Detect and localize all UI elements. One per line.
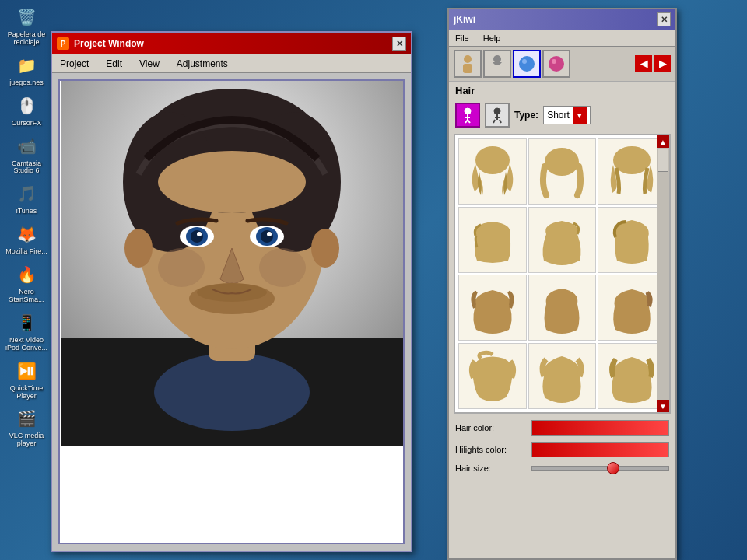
desktop-icon-camtasia[interactable]: 📹 Camtasia Studio 6: [3, 132, 50, 177]
svg-point-29: [552, 59, 556, 64]
hair-item-6[interactable]: [598, 207, 666, 273]
hair-item-12[interactable]: [598, 343, 666, 409]
svg-line-34: [468, 120, 470, 123]
project-close-button[interactable]: ✕: [392, 37, 406, 51]
firefox-label: Mozilla Fire...: [5, 248, 47, 256]
desktop: 🗑️ Papelera de reciclaje 📁 juegos.nes 🖱️…: [0, 0, 747, 560]
svg-point-21: [124, 229, 153, 268]
highlights-color-label: Hilights color:: [455, 445, 525, 454]
quicktime-icon: ⏯️: [14, 359, 39, 383]
menu-help[interactable]: Help: [480, 32, 504, 44]
hair-size-label: Hair size:: [455, 464, 525, 473]
type-label: Type:: [514, 110, 538, 121]
nero-label: Nero StartSma...: [5, 289, 48, 304]
svg-rect-24: [463, 64, 472, 73]
svg-point-25: [493, 55, 501, 63]
hair-scrollbar[interactable]: ▲ ▼: [657, 135, 669, 412]
cursor-label: CursorFX: [12, 120, 42, 128]
project-menubar: Project Edit View Adjustments: [52, 54, 411, 73]
desktop-icon-vlc[interactable]: 🎬 VLC media player: [3, 404, 50, 450]
desktop-icon-cursor[interactable]: 🖱️ CursorFX: [3, 92, 50, 129]
hair-type-row: Type: Short ▼: [449, 100, 675, 131]
menu-adjustments[interactable]: Adjustments: [172, 57, 233, 71]
hair-item-7[interactable]: [458, 275, 527, 341]
type-value: Short: [547, 110, 570, 121]
hair-item-5[interactable]: [528, 207, 597, 273]
svg-point-23: [464, 55, 472, 63]
nero-icon: 🔥: [14, 262, 39, 287]
jkiwi-window: jKiwi ✕ File Help: [447, 8, 677, 560]
svg-line-38: [493, 120, 495, 123]
svg-point-41: [545, 148, 579, 176]
project-titlebar[interactable]: P Project Window ✕: [52, 33, 411, 54]
project-canvas: [58, 79, 405, 544]
hair-color-bar[interactable]: [531, 420, 669, 436]
highlights-color-row: Hilights color:: [449, 439, 675, 460]
svg-line-39: [500, 120, 501, 123]
menu-file[interactable]: File: [452, 32, 472, 44]
hair-item-2[interactable]: [528, 138, 597, 205]
type-dropdown[interactable]: Short ▼: [543, 106, 591, 124]
tab-hair[interactable]: [483, 50, 511, 78]
itunes-icon: 🎵: [14, 181, 39, 206]
menu-view[interactable]: View: [135, 57, 164, 71]
desktop-icon-itunes[interactable]: 🎵 iTunes: [3, 180, 50, 217]
svg-point-20: [259, 248, 306, 287]
hair-item-9[interactable]: [598, 275, 666, 341]
tab-blue-gem[interactable]: [513, 50, 541, 78]
scroll-down-button[interactable]: ▼: [657, 400, 669, 412]
jkiwi-titlebar: jKiwi ✕: [449, 9, 675, 30]
svg-point-40: [475, 146, 510, 174]
hair-item-11[interactable]: [528, 343, 597, 409]
female-gender-button[interactable]: [455, 103, 480, 128]
hair-item-3[interactable]: [598, 138, 666, 205]
hair-grid-container: ▲ ▼: [454, 134, 671, 414]
desktop-icons-container: 🗑️ Papelera de reciclaje 📁 juegos.nes 🖱️…: [0, 0, 54, 453]
section-hair-label: Hair: [449, 82, 675, 100]
desktop-icon-firefox[interactable]: 🦊 Mozilla Fire...: [3, 220, 50, 257]
hair-size-row: Hair size:: [449, 460, 675, 476]
svg-point-35: [494, 108, 500, 114]
firefox-icon: 🦊: [14, 222, 39, 247]
desktop-icon-nextvideo[interactable]: 📱 Next Video iPod Conve...: [3, 309, 50, 354]
hair-item-8[interactable]: [528, 275, 597, 341]
jkiwi-title: jKiwi: [454, 14, 657, 25]
tab-skin[interactable]: [454, 50, 482, 78]
desktop-icon-nero[interactable]: 🔥 Nero StartSma...: [3, 261, 50, 306]
hair-item-10[interactable]: [458, 343, 527, 409]
camtasia-label: Camtasia Studio 6: [5, 160, 48, 176]
svg-point-11: [191, 230, 203, 243]
nav-next-button[interactable]: ▶: [654, 55, 671, 72]
nav-prev-button[interactable]: ◀: [635, 55, 652, 72]
svg-point-2: [154, 353, 310, 431]
hair-size-slider[interactable]: [531, 466, 669, 471]
scroll-thumb[interactable]: [658, 149, 668, 172]
desktop-icon-quicktime[interactable]: ⏯️ QuickTime Player: [3, 357, 50, 402]
menu-edit[interactable]: Edit: [101, 57, 127, 71]
svg-point-8: [158, 151, 306, 213]
hair-item-4[interactable]: [458, 207, 527, 273]
desktop-icon-papelera[interactable]: 🗑️ Papelera de reciclaje: [3, 3, 50, 48]
slider-thumb[interactable]: [607, 462, 619, 474]
camtasia-icon: 📹: [14, 134, 39, 159]
scroll-up-button[interactable]: ▲: [657, 135, 669, 148]
male-gender-button[interactable]: [485, 103, 510, 128]
svg-point-19: [158, 248, 205, 287]
menu-project[interactable]: Project: [55, 57, 93, 71]
vlc-icon: 🎬: [14, 406, 39, 431]
itunes-label: iTunes: [16, 208, 37, 215]
scroll-track[interactable]: [657, 148, 669, 400]
svg-point-27: [522, 59, 527, 64]
desktop-icon-juegos[interactable]: 📁 juegos.nes: [3, 51, 50, 89]
hair-color-label: Hair color:: [455, 423, 525, 432]
svg-point-16: [267, 232, 272, 236]
svg-point-42: [613, 146, 651, 174]
jkiwi-close-button[interactable]: ✕: [657, 12, 671, 26]
jkiwi-tabs: ◀ ▶: [449, 47, 675, 82]
svg-point-26: [519, 56, 535, 72]
hair-item-1[interactable]: [458, 138, 527, 205]
highlights-color-bar[interactable]: [531, 442, 669, 457]
person-photo-svg: [61, 81, 403, 446]
tab-pink-gem[interactable]: [542, 50, 570, 78]
svg-point-15: [261, 230, 273, 243]
